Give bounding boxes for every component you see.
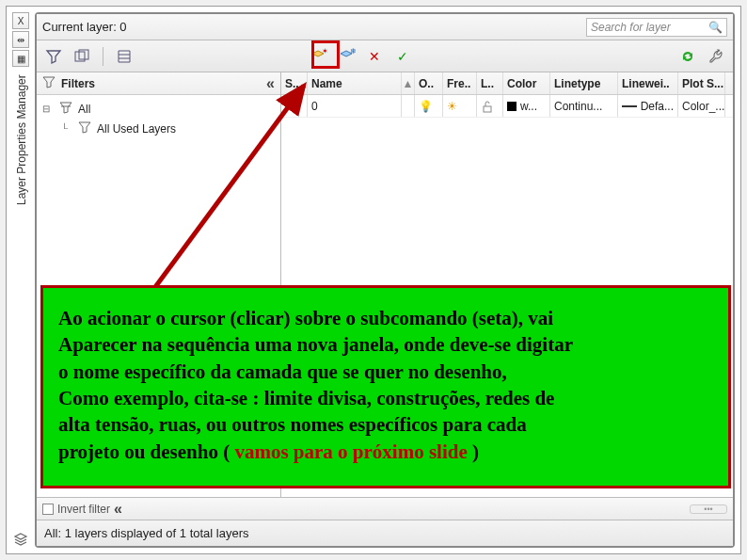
delete-layer-button[interactable]: ✕ bbox=[363, 45, 386, 68]
invert-filter-checkbox[interactable] bbox=[42, 504, 54, 515]
panel-title: Layer Properties Manager bbox=[12, 69, 31, 529]
panel-topbar: Current layer: 0 Search for layer 🔍 bbox=[37, 14, 733, 40]
filter-tree: ⊟ All └ All Used Layers bbox=[37, 95, 280, 142]
col-plotstyle[interactable]: Plot S... bbox=[678, 72, 725, 94]
unlock-icon[interactable] bbox=[477, 95, 503, 117]
filter-label: All bbox=[78, 103, 90, 116]
search-placeholder: Search for layer bbox=[591, 21, 703, 34]
collapse-filters-button[interactable]: « bbox=[266, 75, 275, 92]
col-name[interactable]: Name bbox=[308, 72, 402, 94]
annotation-line: Ao acionar o cursor (clicar) sobre o sub… bbox=[58, 307, 553, 329]
annotation-line: ) bbox=[468, 440, 479, 463]
annotation-emphasis: vamos para o próximo slide bbox=[234, 440, 467, 463]
svg-text:✶: ✶ bbox=[322, 47, 328, 56]
col-lock[interactable]: L.. bbox=[477, 72, 503, 94]
col-color[interactable]: Color bbox=[503, 72, 550, 94]
bulb-on-icon[interactable]: 💡 bbox=[415, 95, 443, 117]
cell-name[interactable]: 0 bbox=[308, 95, 402, 117]
grid-header: S.. Name ▲ O.. Fre.. L.. Color Linetype … bbox=[281, 72, 733, 95]
filters-heading: Filters bbox=[61, 77, 261, 90]
col-on[interactable]: O.. bbox=[415, 72, 443, 94]
cell-status: ✓ bbox=[281, 95, 308, 117]
svg-text:❄: ❄ bbox=[350, 47, 357, 56]
tree-branch-icon: └ bbox=[61, 123, 74, 134]
new-property-filter-button[interactable] bbox=[42, 45, 65, 68]
dock-strip: X ⇹ ▦ Layer Properties Manager bbox=[12, 12, 31, 548]
annotation-line: o nome específico da camada que se quer … bbox=[58, 360, 507, 383]
autohide-button[interactable]: ⇹ bbox=[12, 31, 29, 48]
col-lineweight[interactable]: Linewei.. bbox=[618, 72, 678, 94]
new-group-filter-button[interactable] bbox=[71, 45, 93, 68]
filter-tree-item-all[interactable]: ⊟ All bbox=[42, 99, 275, 119]
svg-rect-4 bbox=[484, 106, 491, 112]
col-linetype[interactable]: Linetype bbox=[550, 72, 618, 94]
filter-all-icon bbox=[59, 101, 74, 117]
tree-expand-icon[interactable]: ⊟ bbox=[42, 104, 56, 114]
invert-filter-bar: Invert filter « bbox=[37, 497, 733, 520]
status-text: All: 1 layers displayed of 1 total layer… bbox=[44, 526, 249, 540]
new-layer-button[interactable]: ✶ bbox=[307, 45, 329, 68]
annotation-line: Como exemplo, cita-se : limite divisa, c… bbox=[58, 387, 554, 409]
dock-menu-button[interactable]: ▦ bbox=[12, 50, 29, 67]
annotation-line: alta tensão, ruas, ou outros nomes espec… bbox=[58, 413, 527, 436]
sort-asc-icon[interactable]: ▲ bbox=[402, 72, 415, 94]
search-icon: 🔍 bbox=[708, 21, 723, 34]
col-freeze[interactable]: Fre.. bbox=[443, 72, 477, 94]
toolbar: ✶ ❄ ✕ ✓ bbox=[37, 40, 733, 72]
annotation-callout: Ao acionar o cursor (clicar) sobre o sub… bbox=[40, 285, 731, 488]
annotation-line: projeto ou desenho ( bbox=[58, 440, 234, 463]
close-button[interactable]: X bbox=[12, 12, 29, 29]
cell-linetype[interactable]: Continu... bbox=[550, 95, 618, 117]
refresh-button[interactable] bbox=[676, 45, 699, 68]
settings-button[interactable] bbox=[705, 45, 727, 68]
status-bar: All: 1 layers displayed of 1 total layer… bbox=[37, 520, 733, 546]
lineweight-preview-icon bbox=[622, 105, 637, 107]
filter-icon bbox=[42, 75, 56, 91]
cell-color[interactable]: w... bbox=[503, 95, 550, 117]
filter-label: All Used Layers bbox=[97, 122, 176, 136]
cell-plotstyle[interactable]: Color_... bbox=[678, 95, 725, 117]
splitter-handle[interactable] bbox=[690, 504, 727, 514]
filter-tree-item-used[interactable]: └ All Used Layers bbox=[42, 119, 275, 138]
layer-states-button[interactable] bbox=[113, 45, 135, 68]
color-swatch bbox=[507, 102, 517, 111]
cell-lineweight[interactable]: Defa... bbox=[618, 95, 678, 117]
invert-filter-label: Invert filter bbox=[57, 503, 110, 516]
search-input[interactable]: Search for layer 🔍 bbox=[586, 18, 727, 37]
sun-icon[interactable]: ☀ bbox=[443, 95, 477, 117]
set-current-button[interactable]: ✓ bbox=[391, 45, 414, 68]
layer-row[interactable]: ✓ 0 💡 ☀ w... Continu... Defa... Color_..… bbox=[281, 95, 733, 118]
annotation-line: Aparecer na sequência uma nova janela, o… bbox=[58, 333, 573, 356]
filter-used-icon bbox=[78, 120, 93, 136]
col-status[interactable]: S.. bbox=[281, 72, 308, 94]
current-layer-label: Current layer: 0 bbox=[42, 20, 582, 34]
collapse-button[interactable]: « bbox=[114, 501, 122, 518]
layers-stack-icon bbox=[12, 531, 29, 548]
new-layer-freeze-button[interactable]: ❄ bbox=[335, 45, 358, 68]
